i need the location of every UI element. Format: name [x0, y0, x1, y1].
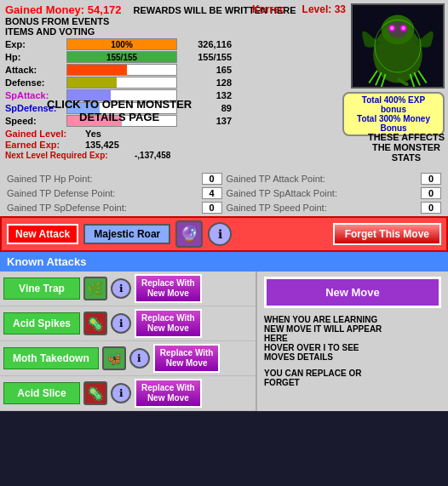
- tp-defense-label: Gained TP Defense Point:: [7, 188, 115, 198]
- acid-slice-row: Acid Slice 🦠 ℹ Replace WithNew Move: [0, 376, 256, 411]
- monster-name-level: Korrec Level: 33: [252, 3, 346, 15]
- defense-row: Defense: 128: [5, 77, 336, 89]
- vine-trap-row: Vine Trap 🌿 ℹ Replace WithNew Move: [0, 272, 256, 306]
- acid-slice-icon: 🦠: [83, 381, 107, 405]
- moth-takedown-button[interactable]: Moth Takedown: [3, 347, 99, 369]
- next-level-value: -,137,458: [135, 151, 170, 160]
- defense-label: Defense:: [5, 77, 66, 88]
- tp-section: Gained TP Hp Point: 0 Gained TP Attack P…: [0, 170, 448, 216]
- attack-label: Attack:: [5, 65, 66, 75]
- tp-speed-row: Gained TP Speed Point: 0: [225, 201, 444, 214]
- monster-image: [351, 3, 445, 89]
- acid-spikes-button[interactable]: Acid Spikes: [3, 312, 80, 334]
- attack-row: Attack: 165: [5, 64, 336, 76]
- acid-spikes-info-button[interactable]: ℹ: [111, 313, 131, 334]
- defense-bar: [66, 77, 177, 89]
- moth-takedown-info-button[interactable]: ℹ: [129, 348, 150, 369]
- earned-exp-row: Earned Exp: 135,425: [5, 140, 336, 150]
- vine-trap-button[interactable]: Vine Trap: [3, 277, 80, 300]
- known-attacks-header: Known Attacks: [0, 252, 448, 272]
- hp-value: 155/155: [181, 52, 232, 62]
- tp-spattack-value: 0: [421, 187, 441, 199]
- acid-spikes-row: Acid Spikes 🦠 ℹ Replace WithNew Move: [0, 306, 256, 341]
- acid-spikes-replace-button[interactable]: Replace WithNew Move: [135, 309, 202, 338]
- move-icon: 🔮: [175, 220, 203, 248]
- attack-bar: [66, 64, 177, 76]
- earned-exp-label: Earned Exp:: [5, 140, 82, 150]
- help-text-replace: YOU CAN REPLACE OR FORGET: [264, 369, 441, 387]
- gained-level-row: Gained Level: Yes: [5, 129, 336, 139]
- tp-spattack-row: Gained TP SpAttack Point: 0: [225, 186, 444, 200]
- gained-money-value: 54,172: [88, 3, 122, 16]
- vine-trap-replace-button[interactable]: Replace WithNew Move: [135, 274, 202, 303]
- svg-point-7: [402, 26, 405, 30]
- tp-spdefense-value: 0: [202, 202, 222, 214]
- tp-hp-value: 0: [202, 173, 222, 185]
- tp-speed-label: Gained TP Speed Point:: [227, 203, 327, 213]
- attack-value: 165: [181, 65, 232, 75]
- acid-slice-replace-button[interactable]: Replace WithNew Move: [135, 379, 202, 408]
- exp-row: Exp: 100% 326,116: [5, 38, 336, 50]
- vine-trap-info-button[interactable]: ℹ: [111, 278, 131, 299]
- svg-point-6: [390, 26, 393, 30]
- tp-spattack-label: Gained TP SpAttack Point:: [227, 188, 337, 198]
- exp-value: 326,116: [181, 39, 232, 49]
- tp-defense-value: 4: [202, 187, 222, 199]
- gained-level-label: Gained Level:: [5, 129, 82, 139]
- bonus-line2: Total 300% Money: [349, 114, 438, 123]
- exp-bar: 100%: [66, 38, 177, 50]
- tp-hp-label: Gained TP Hp Point:: [7, 174, 93, 184]
- attack-bar-section: New Attack Majestic Roar 🔮 ℹ Forget This…: [0, 216, 448, 252]
- majestic-roar-button[interactable]: Majestic Roar: [83, 224, 170, 244]
- moth-takedown-icon: 🦋: [102, 346, 126, 370]
- defense-value: 128: [181, 77, 232, 88]
- gained-level-value: Yes: [85, 129, 101, 139]
- tp-defense-row: Gained TP Defense Point: 4: [5, 186, 224, 200]
- tp-hp-row: Gained TP Hp Point: 0: [5, 172, 224, 186]
- next-level-row: Next Level Required Exp: -,137,458: [5, 151, 336, 160]
- tp-attack-label: Gained TP Attack Point:: [227, 174, 325, 184]
- help-text-new-move: WHEN YOU ARE LEARNING NEW MOVE IT WILL A…: [264, 315, 441, 362]
- tp-spdefense-row: Gained TP SpDefense Point: 0: [5, 201, 224, 214]
- acid-slice-info-button[interactable]: ℹ: [111, 383, 131, 403]
- new-attack-button[interactable]: New Attack: [7, 224, 78, 244]
- hp-bar: 155/155: [66, 51, 177, 63]
- earned-exp-value: 135,425: [85, 140, 119, 150]
- vine-trap-icon: 🌿: [83, 277, 107, 300]
- acid-spikes-icon: 🦠: [83, 312, 107, 335]
- next-level-label: Next Level Required Exp:: [5, 151, 133, 160]
- gained-money-label: Gained Money: 54,172: [5, 3, 122, 16]
- moth-takedown-replace-button[interactable]: Replace WithNew Move: [153, 344, 221, 373]
- exp-label: Exp:: [5, 39, 66, 49]
- hp-row: Hp: 155/155 155/155: [5, 51, 336, 63]
- tp-speed-value: 0: [421, 202, 441, 214]
- forget-move-button[interactable]: Forget This Move: [333, 223, 441, 245]
- acid-slice-button[interactable]: Acid Slice: [3, 382, 80, 404]
- new-move-label: New Move: [325, 286, 380, 299]
- bonus-box: Total 400% EXP bonus Total 300% Money Bo…: [342, 92, 445, 136]
- new-move-button[interactable]: New Move: [264, 277, 441, 308]
- attacks-list: Vine Trap 🌿 ℹ Replace WithNew Move Acid …: [0, 272, 256, 411]
- eye-info-button[interactable]: ℹ: [208, 222, 232, 246]
- bonus-line1: Total 400% EXP bonus: [349, 95, 438, 114]
- click-monster-text[interactable]: CLICK TO OPEN MONSTERDETAILS PAGE: [47, 98, 192, 123]
- tp-spdefense-label: Gained TP SpDefense Point:: [7, 203, 127, 213]
- hp-label: Hp:: [5, 52, 66, 62]
- tp-attack-value: 0: [421, 173, 441, 185]
- moth-takedown-row: Moth Takedown 🦋 ℹ Replace WithNew Move: [0, 341, 256, 376]
- tp-attack-row: Gained TP Attack Point: 0: [225, 172, 444, 186]
- affects-text: THESE AFFECTSTHE MONSTERSTATS: [368, 132, 445, 163]
